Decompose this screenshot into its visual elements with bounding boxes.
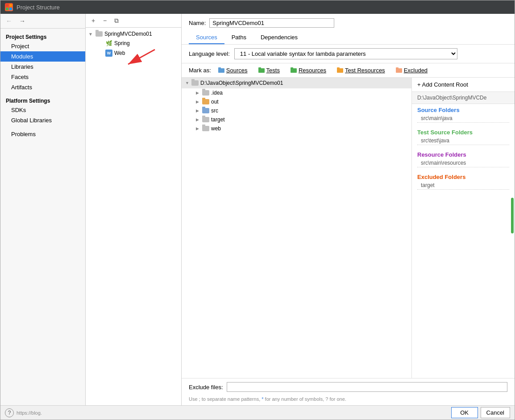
platform-settings-title: Platform Settings (0, 96, 85, 105)
right-panel: + Add Content Root D:\JavaObject\SpringM… (412, 78, 515, 378)
exclude-row: Exclude files: (182, 378, 515, 395)
window-title: Project Structure (17, 4, 60, 11)
sidebar-item-modules[interactable]: Modules (0, 51, 85, 62)
file-tree-target[interactable]: ▶ target (182, 115, 411, 124)
bottom-url: https://blog. (17, 410, 42, 416)
test-source-folder-item-0: src\test\java (417, 137, 509, 145)
cancel-button[interactable]: Cancel (481, 407, 510, 418)
src-expand-arrow: ▶ (196, 108, 200, 113)
tree-web-item[interactable]: W Web (86, 48, 181, 58)
web-label-tree: web (211, 125, 221, 132)
mark-excluded-button[interactable]: Excluded (392, 66, 431, 75)
web-icon: W (105, 50, 112, 57)
web-label: Web (114, 50, 125, 56)
tree-collapse-arrow: ▼ (88, 32, 94, 37)
exclude-files-input[interactable] (227, 382, 507, 392)
copy-module-button[interactable]: ⧉ (112, 16, 121, 25)
web-expand-arrow: ▶ (196, 126, 200, 131)
src-label: src (211, 108, 218, 114)
spring-label: Spring (114, 40, 130, 46)
resource-folders-section: Resource Folders src\main\resources (412, 149, 515, 171)
test-source-folders-section: Test Source Folders src\test\java (412, 126, 515, 149)
excluded-folder-icon (396, 68, 402, 73)
target-label: target (211, 116, 225, 123)
tab-dependencies[interactable]: Dependencies (253, 31, 305, 44)
asterisk-hint: * (262, 396, 263, 402)
sources-folder-icon (218, 68, 224, 73)
web-folder-icon (202, 126, 209, 131)
module-tree: ▼ SpringMVCDemo01 🌿 Spring W Web (86, 28, 181, 405)
help-button[interactable]: ? (5, 408, 14, 417)
svg-rect-1 (9, 4, 12, 7)
mark-resources-label: Resources (299, 67, 326, 74)
tree-root-item[interactable]: ▼ SpringMVCDemo01 (86, 29, 181, 38)
mark-sources-label: Sources (226, 67, 248, 74)
remove-module-button[interactable]: − (100, 16, 110, 25)
title-bar: Project Structure (0, 0, 515, 14)
out-expand-arrow: ▶ (196, 100, 200, 104)
nav-forward[interactable]: → (17, 17, 27, 25)
add-module-button[interactable]: + (88, 16, 98, 25)
svg-rect-2 (6, 8, 8, 10)
root-label: SpringMVCDemo01 (104, 31, 152, 37)
mark-as-label: Mark as: (189, 67, 211, 74)
project-structure-window: Project Structure ← → Project Settings P… (0, 0, 515, 420)
tab-paths[interactable]: Paths (224, 31, 253, 44)
src-folder-icon (202, 108, 209, 113)
language-level-label: Language level: (189, 50, 230, 57)
main-content: Name: Sources Paths Dependencies Languag… (182, 14, 515, 405)
language-level-row: Language level: 11 - Local variable synt… (182, 45, 515, 63)
resources-folder-icon (291, 68, 297, 73)
content-root-path: D:\JavaObject\SpringMVCDe (412, 92, 515, 104)
sidebar-item-libraries[interactable]: Libraries (0, 62, 85, 72)
file-tree-idea[interactable]: ▶ .idea (182, 88, 411, 97)
language-level-select[interactable]: 11 - Local variable syntax for lambda pa… (234, 48, 457, 59)
target-folder-icon (202, 117, 209, 122)
resource-folders-title: Resource Folders (417, 151, 509, 158)
source-folder-item-0: src\main\java (417, 115, 509, 123)
tabs: Sources Paths Dependencies (189, 31, 507, 44)
tree-spring-item[interactable]: 🌿 Spring (86, 38, 181, 48)
idea-expand-arrow: ▶ (196, 91, 200, 95)
mark-resources-button[interactable]: Resources (287, 66, 330, 75)
nav-back[interactable]: ← (4, 17, 14, 25)
mark-tests-label: Tests (266, 67, 280, 74)
app-logo (5, 3, 13, 11)
mark-sources-button[interactable]: Sources (215, 66, 251, 75)
add-content-root-button[interactable]: + Add Content Root (412, 78, 515, 92)
file-tree-src[interactable]: ▶ src (182, 106, 411, 115)
svg-rect-3 (9, 8, 12, 10)
sidebar-item-global-libraries[interactable]: Global Libraries (0, 115, 85, 125)
exclude-hint: Use ; to separate name patterns, * for a… (182, 395, 515, 405)
ok-button[interactable]: OK (451, 407, 478, 418)
tests-folder-icon (258, 68, 265, 73)
source-folders-title: Source Folders (417, 107, 509, 113)
file-tree-out[interactable]: ▶ out (182, 97, 411, 106)
exclude-files-label: Exclude files: (189, 384, 223, 391)
scrollbar-indicator[interactable] (511, 198, 514, 233)
exclude-files-area: Exclude files: Use ; to separate name pa… (182, 378, 515, 405)
sidebar-item-problems[interactable]: Problems (0, 129, 85, 139)
spring-icon: 🌿 (105, 40, 112, 47)
mark-as-row: Mark as: Sources Tests Resources (182, 63, 515, 78)
resource-folder-item-0: src\main\resources (417, 160, 509, 167)
file-tree-web[interactable]: ▶ web (182, 124, 411, 133)
sidebar-item-facets[interactable]: Facets (0, 72, 85, 82)
bottom-right: OK Cancel (451, 407, 510, 418)
idea-label: .idea (211, 90, 223, 96)
mark-test-resources-button[interactable]: Test Resources (333, 66, 389, 75)
mark-excluded-label: Excluded (404, 67, 428, 74)
module-header: Name: Sources Paths Dependencies (182, 14, 515, 45)
root-expand-arrow: ▼ (185, 81, 190, 85)
sidebar-item-artifacts[interactable]: Artifacts (0, 82, 85, 92)
sidebar-content: Project Settings Project Modules Librari… (0, 29, 85, 405)
sidebar-item-sdks[interactable]: SDKs (0, 105, 85, 115)
tab-sources[interactable]: Sources (189, 31, 224, 44)
test-source-folders-title: Test Source Folders (417, 129, 509, 136)
sidebar-nav: ← → (0, 14, 85, 29)
name-input[interactable] (209, 18, 334, 28)
test-resources-folder-icon (337, 68, 343, 73)
sidebar-item-project[interactable]: Project (0, 41, 85, 51)
file-tree-root[interactable]: ▼ D:\JavaObject\SpringMVCDemo01 (182, 78, 411, 88)
mark-tests-button[interactable]: Tests (255, 66, 283, 75)
